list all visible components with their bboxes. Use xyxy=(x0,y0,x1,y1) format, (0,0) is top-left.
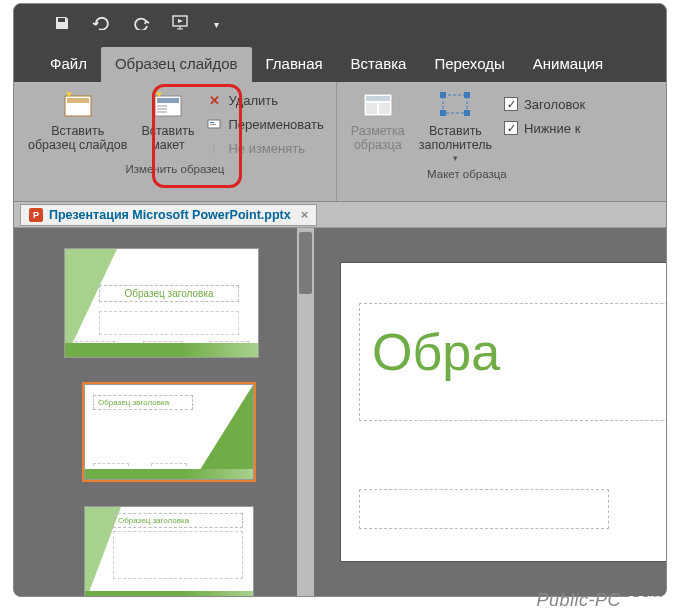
workspace: Образец заголовка Образец заголовка Обра… xyxy=(14,228,666,596)
insert-layout-button[interactable]: Вставить макет xyxy=(135,86,200,155)
master-layout-icon xyxy=(361,90,395,120)
quick-access-toolbar: ▾ xyxy=(14,4,666,44)
svg-rect-7 xyxy=(157,111,167,113)
footer-placeholder[interactable] xyxy=(359,489,609,529)
preserve-label: Не изменять xyxy=(228,141,305,156)
document-tab[interactable]: P Презентация Microsoft PowerPoint.pptx … xyxy=(20,204,317,226)
redo-icon[interactable] xyxy=(134,16,150,33)
rename-label: Переименовать xyxy=(228,117,323,132)
layout-thumbnail-1[interactable]: Образец заголовка xyxy=(84,384,254,480)
dropdown-arrow-icon: ▾ xyxy=(453,153,458,163)
svg-rect-12 xyxy=(366,96,390,101)
insert-slide-master-label: Вставить образец слайдов xyxy=(28,124,127,153)
insert-layout-icon xyxy=(151,90,185,120)
svg-rect-10 xyxy=(210,124,216,125)
tab-insert[interactable]: Вставка xyxy=(337,47,421,82)
title-checkbox[interactable]: ✓ Заголовок xyxy=(500,92,589,116)
insert-placeholder-button[interactable]: Вставить заполнитель ▾ xyxy=(413,86,498,165)
close-document-icon[interactable]: × xyxy=(297,207,309,222)
ribbon-group-edit-master: Вставить образец слайдов Вставить макет … xyxy=(14,82,337,201)
layout-thumbnail-2[interactable]: Образец заголовка xyxy=(84,506,254,596)
svg-rect-5 xyxy=(157,105,167,107)
master-layout-button: Разметка образца xyxy=(345,86,411,155)
master-layout-label: Разметка образца xyxy=(351,124,405,153)
svg-rect-13 xyxy=(366,103,377,114)
svg-rect-16 xyxy=(440,92,446,98)
svg-rect-19 xyxy=(464,110,470,116)
delete-label: Удалить xyxy=(228,93,278,108)
tab-home[interactable]: Главная xyxy=(252,47,337,82)
svg-rect-2 xyxy=(67,98,89,103)
checkbox-checked-icon: ✓ xyxy=(504,121,518,135)
save-icon[interactable] xyxy=(54,15,70,34)
delete-icon: ✕ xyxy=(206,92,222,108)
layout-title-placeholder: Образец заголовка xyxy=(113,513,243,528)
svg-rect-4 xyxy=(157,98,179,103)
rename-icon xyxy=(206,116,222,132)
group-edit-master-label: Изменить образец xyxy=(22,160,328,179)
insert-placeholder-icon xyxy=(438,90,472,120)
tab-animations[interactable]: Анимация xyxy=(519,47,617,82)
slide-master-thumbnail-pane[interactable]: Образец заголовка Образец заголовка Обра… xyxy=(14,228,314,596)
layout-title-placeholder: Образец заголовка xyxy=(93,395,193,410)
qat-customize-icon[interactable]: ▾ xyxy=(214,19,219,30)
tab-file[interactable]: Файл xyxy=(36,47,101,82)
master-title-placeholder: Образец заголовка xyxy=(99,285,239,302)
insert-placeholder-label: Вставить заполнитель xyxy=(419,124,492,153)
footers-checkbox-label: Нижние к xyxy=(524,121,580,136)
title-text: Обра xyxy=(372,323,500,381)
thumbnail-scrollbar[interactable] xyxy=(297,228,314,596)
watermark: Public-PC.com xyxy=(536,590,662,611)
checkbox-checked-icon: ✓ xyxy=(504,97,518,111)
insert-slide-master-button[interactable]: Вставить образец слайдов xyxy=(22,86,133,155)
title-checkbox-label: Заголовок xyxy=(524,97,585,112)
group-master-layout-label: Макет образца xyxy=(345,165,589,184)
slide-canvas-area[interactable]: Обра xyxy=(314,228,666,596)
insert-layout-label: Вставить макет xyxy=(141,124,194,153)
master-thumbnail[interactable]: Образец заголовка xyxy=(64,248,259,358)
powerpoint-file-icon: P xyxy=(29,208,43,222)
svg-rect-17 xyxy=(464,92,470,98)
footers-checkbox[interactable]: ✓ Нижние к xyxy=(500,116,589,140)
delete-button[interactable]: ✕ Удалить xyxy=(202,88,327,112)
rename-button[interactable]: Переименовать xyxy=(202,112,327,136)
tab-transitions[interactable]: Переходы xyxy=(420,47,518,82)
slide-canvas[interactable]: Обра xyxy=(340,262,666,562)
svg-rect-9 xyxy=(210,122,214,123)
tab-slide-master[interactable]: Образец слайдов xyxy=(101,47,252,82)
svg-rect-6 xyxy=(157,108,167,110)
undo-icon[interactable] xyxy=(92,16,112,33)
preserve-icon xyxy=(206,140,222,156)
ribbon: Вставить образец слайдов Вставить макет … xyxy=(14,82,666,202)
scrollbar-thumb[interactable] xyxy=(299,232,312,294)
preserve-button: Не изменять xyxy=(202,136,327,160)
svg-rect-14 xyxy=(379,103,390,114)
svg-rect-15 xyxy=(443,95,467,113)
ribbon-group-master-layout: Разметка образца Вставить заполнитель ▾ … xyxy=(337,82,597,201)
ribbon-tabstrip: Файл Образец слайдов Главная Вставка Пер… xyxy=(14,44,666,82)
svg-rect-18 xyxy=(440,110,446,116)
title-placeholder[interactable]: Обра xyxy=(359,303,666,421)
document-tab-bar: P Презентация Microsoft PowerPoint.pptx … xyxy=(14,202,666,228)
document-filename: Презентация Microsoft PowerPoint.pptx xyxy=(49,208,291,222)
start-slideshow-icon[interactable] xyxy=(172,15,192,34)
insert-slide-master-icon xyxy=(61,90,95,120)
